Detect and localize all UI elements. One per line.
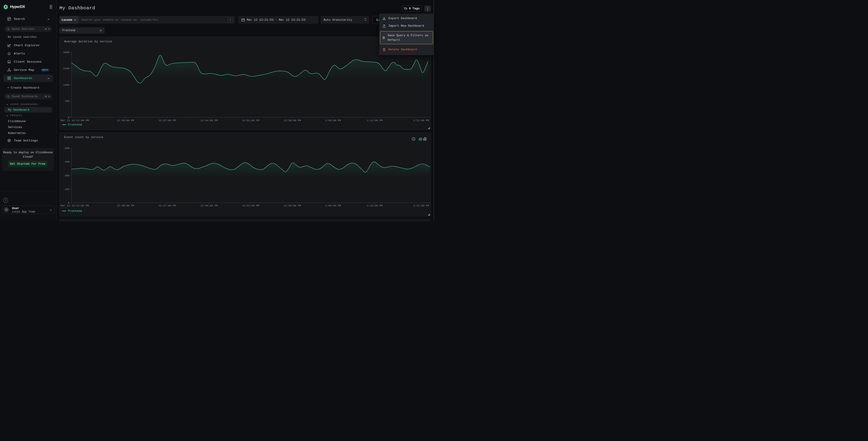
svg-text:12:51:00 PM: 12:51:00 PM xyxy=(242,119,259,122)
svg-text:1:05:00 PM: 1:05:00 PM xyxy=(325,119,341,122)
svg-text:12:51:00 PM: 12:51:00 PM xyxy=(242,204,259,207)
svg-text:210K: 210K xyxy=(63,67,69,70)
svg-text:12:37:00 PM: 12:37:00 PM xyxy=(158,204,176,207)
svg-text:1:12:00 PM: 1:12:00 PM xyxy=(367,119,382,122)
svg-text:70K: 70K xyxy=(65,99,69,102)
svg-text:12:58:00 PM: 12:58:00 PM xyxy=(284,119,301,122)
svg-text:1:12:00 PM: 1:12:00 PM xyxy=(367,204,382,207)
svg-text:300: 300 xyxy=(65,174,69,177)
svg-text:140K: 140K xyxy=(63,83,69,86)
svg-text:frontend: frontend xyxy=(68,209,82,213)
svg-text:0: 0 xyxy=(68,116,69,119)
svg-text:Mar 12 12:21:00 PM: Mar 12 12:21:00 PM xyxy=(61,119,89,122)
svg-text:?: ? xyxy=(5,199,6,202)
svg-text:150: 150 xyxy=(65,188,69,190)
svg-text:12:44:00 PM: 12:44:00 PM xyxy=(200,204,218,207)
svg-text:12:44:00 PM: 12:44:00 PM xyxy=(200,119,218,122)
svg-text:450: 450 xyxy=(65,160,69,163)
svg-text:280K: 280K xyxy=(63,51,69,54)
svg-text:12:58:00 PM: 12:58:00 PM xyxy=(284,204,301,207)
svg-text:1:21:00 PM: 1:21:00 PM xyxy=(413,119,429,122)
svg-text:1:05:00 PM: 1:05:00 PM xyxy=(325,204,341,207)
svg-text:12:30:00 PM: 12:30:00 PM xyxy=(117,204,134,207)
svg-text:Mar 12 12:21:00 PM: Mar 12 12:21:00 PM xyxy=(61,204,89,207)
svg-text:frontend: frontend xyxy=(68,123,82,126)
svg-text:1:21:00 PM: 1:21:00 PM xyxy=(413,204,429,207)
svg-text:600: 600 xyxy=(65,147,69,150)
svg-text:12:30:00 PM: 12:30:00 PM xyxy=(117,119,134,122)
svg-text:12:37:00 PM: 12:37:00 PM xyxy=(158,119,176,122)
